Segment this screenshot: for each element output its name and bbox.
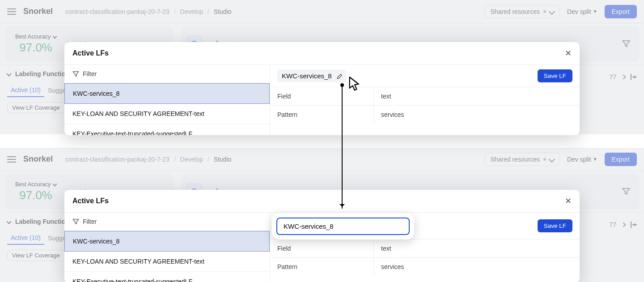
header: Snorkel contract-classification-pankaj-2… [0,148,644,171]
filter-tool[interactable] [618,36,634,52]
funnel-icon [622,188,630,195]
pagination-area: 77 [609,73,638,81]
lf-item-selected[interactable]: KWC-services_8 [64,83,270,104]
best-accuracy-label: Best Accuracy [15,34,56,40]
filter-row[interactable]: Filter [64,213,270,231]
pane-separator [0,134,644,148]
kv-field: Field text [270,239,580,257]
active-lfs-modal: Active LFs ✕ Filter KWC-services_8 KEY-L… [64,42,580,135]
lf-item[interactable]: KEY-Executive-text-truncated-suggestedLF [64,124,270,135]
page-count: 77 [609,73,616,81]
save-lf-button[interactable]: Save LF [538,69,572,82]
status-dot-icon [543,158,546,161]
best-accuracy: Best Accuracy 97.0% [15,34,56,55]
filter-tool[interactable] [618,184,634,200]
modal-header: Active LFs ✕ [64,42,580,65]
header-right: Shared resources Dev split ▼ Export [484,153,637,166]
state-before-pane: Snorkel contract-classification-pankaj-2… [0,0,644,134]
export-button[interactable]: Export [605,153,637,166]
shared-label: Shared resources [490,156,540,163]
crumb-sep: / [208,8,209,15]
chevron-down-icon[interactable] [53,34,57,39]
lf-item-selected[interactable]: KWC-services_8 [64,231,270,252]
crumb-project[interactable]: contract-classification-pankaj-20-7-23 [65,8,169,15]
best-accuracy-label: Best Accuracy [15,181,56,188]
lf-name-chip[interactable]: KWC-services_8 [277,69,346,82]
lf-item[interactable]: KEY-LOAN AND SECURITY AGREEMENT-text [64,104,270,124]
lf-name-field[interactable] [283,222,403,231]
tab-active[interactable]: Active (10) [7,84,44,97]
highlight-frame [272,213,414,239]
kv-key: Field [270,239,374,257]
close-icon[interactable]: ✕ [565,48,572,58]
kv-key: Pattern [270,258,374,276]
chevron-right-icon[interactable] [621,74,626,79]
page-count: 77 [609,221,616,228]
chevron-right-icon[interactable] [621,222,626,227]
crumb-develop[interactable]: Develop [180,8,203,15]
menu-icon[interactable] [7,9,16,15]
best-accuracy: Best Accuracy 97.0% [15,181,56,202]
filter-label: Filter [83,70,97,77]
edit-icon[interactable] [336,73,342,79]
kv-value: text [374,87,580,105]
chevron-down-icon[interactable] [53,182,57,187]
crumb-studio[interactable]: Studio [214,8,232,15]
kv-value: services [374,106,580,124]
funnel-icon [72,219,79,225]
lf-list: Filter KWC-services_8 KEY-LOAN AND SECUR… [64,213,270,282]
best-accuracy-value: 97.0% [19,41,52,55]
crumb-sep: / [174,156,176,163]
modal-title: Active LFs [72,197,109,205]
breadcrumb: contract-classification-pankaj-20-7-23 /… [65,156,232,163]
kv-key: Pattern [270,106,374,124]
lf-name-input-highlight[interactable] [276,218,410,235]
crumb-sep: / [208,156,209,163]
breadcrumb: contract-classification-pankaj-20-7-23 /… [65,8,232,15]
split-label: Dev split [567,8,591,15]
modal-body: Filter KWC-services_8 KEY-LOAN AND SECUR… [64,65,580,135]
filter-row[interactable]: Filter [64,65,270,83]
chevron-down-icon [6,219,11,224]
modal-header: Active LFs ✕ [64,190,580,213]
pagination-area: 77 [609,221,638,228]
view-coverage-button[interactable]: View LF Coverage [7,102,65,113]
lf-item[interactable]: KEY-Executive-text-truncated-suggestedLF [64,272,270,282]
funnel-icon [622,40,630,47]
status-dot-icon [543,10,546,13]
menu-icon[interactable] [7,156,16,162]
kv-field: Field text [270,87,580,105]
tab-active[interactable]: Active (10) [7,231,44,245]
kv-pattern: Pattern services [270,105,580,124]
logo[interactable]: Snorkel [23,7,53,16]
crumb-sep: / [174,8,176,15]
modal-title: Active LFs [72,49,109,57]
save-lf-button[interactable]: Save LF [538,219,572,232]
chevron-down-icon [549,8,555,14]
shared-resources-dropdown[interactable]: Shared resources [484,5,560,18]
crumb-studio[interactable]: Studio [214,156,232,163]
state-after-pane: Snorkel contract-classification-pankaj-2… [0,148,644,282]
header: Snorkel contract-classification-pankaj-2… [0,0,644,23]
collapse-icon[interactable] [631,74,638,80]
view-coverage-button[interactable]: View LF Coverage [7,250,65,261]
crumb-develop[interactable]: Develop [180,156,203,163]
transition-arrow [342,85,343,209]
best-accuracy-value: 97.0% [19,188,52,202]
split-dropdown[interactable]: Dev split ▼ [567,156,597,163]
shared-resources-dropdown[interactable]: Shared resources [484,153,560,166]
kv-value: services [374,258,580,276]
shared-label: Shared resources [490,8,540,15]
collapse-icon[interactable] [631,222,638,228]
split-dropdown[interactable]: Dev split ▼ [567,8,597,15]
kv-key: Field [270,87,374,105]
lf-item[interactable]: KEY-LOAN AND SECURITY AGREEMENT-text [64,252,270,272]
lf-detail: KWC-services_8 Save LF Field text Patter… [270,65,580,135]
chevron-down-icon [549,156,555,162]
export-button[interactable]: Export [605,5,637,18]
lf-name: KWC-services_8 [282,72,332,80]
funnel-icon [72,71,79,77]
close-icon[interactable]: ✕ [565,196,572,206]
crumb-project[interactable]: contract-classification-pankaj-20-7-23 [65,156,169,163]
logo[interactable]: Snorkel [23,154,53,164]
